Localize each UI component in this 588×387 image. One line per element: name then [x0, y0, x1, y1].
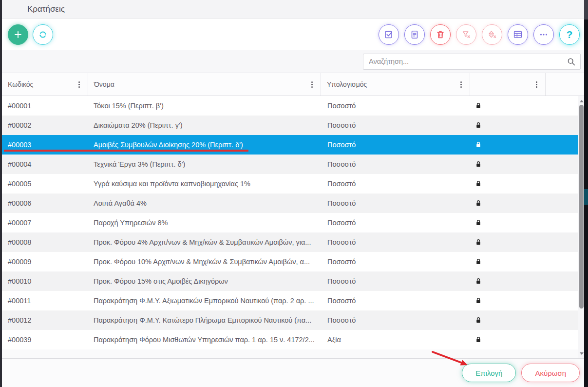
table-row[interactable]: #00003 Αμοιβές Συμβουλών Διοίκησης 20% (… [2, 135, 584, 155]
table-row[interactable]: #00007 Παροχή Υπηρεσιών 8% Ποσοστό [2, 213, 584, 232]
row-calc: Ποσοστό [321, 160, 470, 168]
clear-filter-button[interactable] [456, 24, 476, 45]
column-menu-icon[interactable] [457, 80, 465, 89]
row-lock-cell [470, 316, 545, 324]
page-title: Κρατήσεις [27, 4, 65, 14]
table-row[interactable]: #00001 Τόκοι 15% (Περιπτ. β') Ποσοστό [2, 96, 584, 116]
row-calc: Ποσοστό [321, 180, 470, 188]
background-window-edge-left [0, 0, 2, 387]
row-calc: Ποσοστό [321, 141, 470, 149]
header-empty [545, 73, 578, 96]
toolbar-left [8, 24, 53, 45]
row-name: Αμοιβές Συμβουλών Διοίκησης 20% (Περιπτ.… [88, 141, 321, 149]
row-lock-cell [470, 160, 545, 168]
row-code: #00002 [2, 121, 88, 129]
vertical-scrollbar[interactable] [578, 96, 584, 358]
more-options-button[interactable] [533, 24, 554, 45]
select-button[interactable]: Επιλογή [462, 364, 516, 382]
lock-icon [475, 297, 482, 305]
lock-icon [475, 219, 482, 227]
column-menu-icon[interactable] [532, 80, 540, 89]
row-calc: Ποσοστό [321, 316, 470, 324]
lock-icon [475, 141, 482, 149]
dialog-footer: Επιλογή Ακύρωση [2, 358, 584, 387]
row-code: #00011 [2, 297, 88, 305]
table-row[interactable]: #00009 Προκ. Φόρου 10% Αρχιτ/νων & Μηχ/κ… [2, 252, 584, 271]
table-row[interactable]: #00012 Παρακράτηση Φ.Μ.Υ. Κατώτερο Πλήρω… [2, 310, 584, 330]
lock-icon [475, 199, 482, 207]
row-code: #00012 [2, 316, 88, 324]
table-row[interactable]: #00005 Υγρά καύσιμα και προϊόντα καπνοβι… [2, 174, 584, 194]
row-name: Προκ. Φόρου 10% Αρχιτ/νων & Μηχ/κών & Συ… [88, 258, 321, 266]
help-button[interactable]: ? [559, 24, 580, 45]
table-row[interactable]: #00006 Λοιπά Αγαθά 4% Ποσοστό [2, 194, 584, 213]
filter-clear-icon [461, 29, 472, 40]
row-code: #00004 [2, 160, 88, 168]
header-lock [470, 73, 545, 96]
header-calc-label: Υπολογισμός [327, 80, 367, 88]
plus-icon [13, 29, 23, 40]
refresh-icon [38, 29, 48, 40]
lock-icon [475, 160, 482, 168]
row-name: Παρακράτηση Φ.Μ.Υ. Κατώτερο Πλήρωμα Εμπο… [88, 316, 321, 324]
row-calc: Ποσοστό [321, 219, 470, 227]
row-name: Παρακράτηση Φ.Μ.Υ. Αξιωματικών Εμπορικού… [88, 297, 321, 305]
row-code: #00009 [2, 258, 88, 266]
row-name: Προκ. Φόρου 15% στις Αμοιβές Δικηγόρων [88, 277, 321, 285]
checkbox-button[interactable] [379, 24, 399, 45]
row-lock-cell [470, 219, 545, 227]
row-lock-cell [470, 336, 545, 344]
row-name: Παρακράτηση Φόρου Μισθωτών Υπηρεσιών παρ… [88, 336, 321, 344]
column-menu-icon[interactable] [308, 80, 316, 89]
row-name: Υγρά καύσιμα και προϊόντα καπνοβιομηχανί… [88, 180, 321, 188]
row-name: Παροχή Υπηρεσιών 8% [88, 219, 321, 227]
lock-icon [475, 277, 482, 285]
table-row[interactable]: #00010 Προκ. Φόρου 15% στις Αμοιβές Δικη… [2, 271, 584, 291]
row-code: #00006 [2, 199, 88, 207]
ellipsis-icon [538, 29, 549, 40]
table-columns-icon [512, 29, 523, 40]
row-code: #00008 [2, 238, 88, 246]
table-row[interactable]: #00008 Προκ. Φόρου 4% Αρχιτ/νων & Μηχ/κώ… [2, 232, 584, 252]
add-button[interactable] [8, 24, 28, 45]
lock-icon [475, 180, 482, 188]
lock-icon [475, 316, 482, 324]
deductions-dialog: Κρατήσεις [2, 0, 584, 387]
document-icon [409, 29, 420, 40]
search-row [2, 50, 584, 73]
row-calc: Ποσοστό [321, 258, 470, 266]
header-name: Όνομα [88, 73, 321, 96]
table-row[interactable]: #00004 Τεχνικά Έργα 3% (Περιπτ. δ') Ποσο… [2, 155, 584, 174]
trash-icon [435, 29, 446, 40]
row-lock-cell [470, 277, 545, 285]
cancel-button[interactable]: Ακύρωση [521, 364, 580, 382]
clear-sort-button[interactable] [482, 24, 502, 45]
row-name: Τόκοι 15% (Περιπτ. β') [88, 102, 321, 110]
row-code: #00039 [2, 336, 88, 344]
header-name-label: Όνομα [94, 80, 114, 88]
screen: Κρατήσεις [0, 0, 588, 387]
search-icon[interactable] [567, 57, 576, 66]
search-input[interactable] [369, 58, 567, 65]
row-calc: Ποσοστό [321, 238, 470, 246]
column-menu-icon[interactable] [75, 80, 83, 89]
row-lock-cell [470, 258, 545, 266]
scrollbar-thumb[interactable] [579, 105, 584, 309]
table-body: #00001 Τόκοι 15% (Περιπτ. β') Ποσοστό #0… [2, 96, 584, 349]
lock-icon [475, 258, 482, 266]
sort-clear-icon [487, 29, 497, 40]
refresh-button[interactable] [33, 24, 53, 45]
row-calc: Ποσοστό [321, 102, 470, 110]
table-row[interactable]: #00011 Παρακράτηση Φ.Μ.Υ. Αξιωματικών Εμ… [2, 291, 584, 310]
delete-button[interactable] [430, 24, 451, 45]
row-lock-cell [470, 180, 545, 188]
row-code: #00010 [2, 277, 88, 285]
row-lock-cell [470, 297, 545, 305]
header-code: Κωδικός [2, 73, 88, 96]
table-row[interactable]: #00039 Παρακράτηση Φόρου Μισθωτών Υπηρεσ… [2, 330, 584, 349]
row-name: Δικαιώματα 20% (Περιπτ. γ') [88, 121, 321, 129]
columns-button[interactable] [508, 24, 528, 45]
document-button[interactable] [404, 24, 425, 45]
checkbox-checked-icon [383, 29, 394, 40]
table-row[interactable]: #00002 Δικαιώματα 20% (Περιπτ. γ') Ποσοσ… [2, 116, 584, 135]
